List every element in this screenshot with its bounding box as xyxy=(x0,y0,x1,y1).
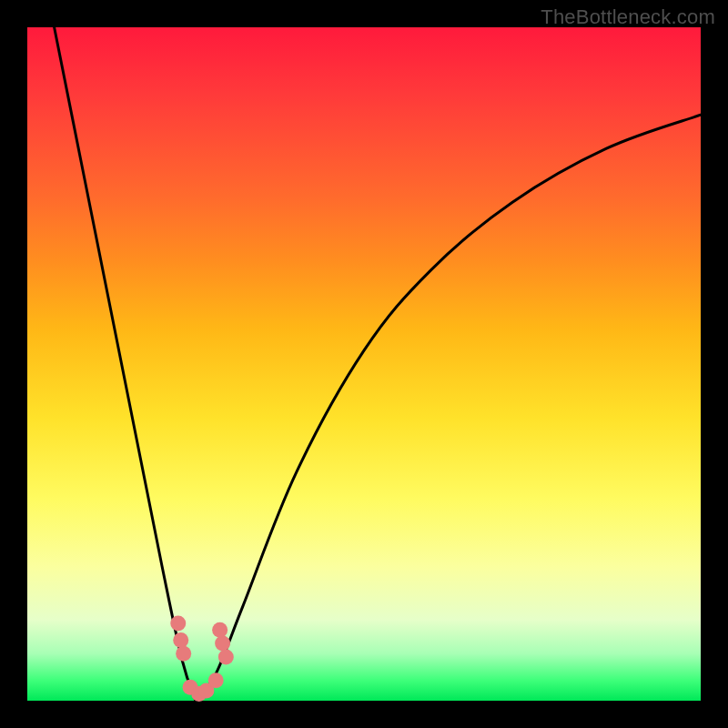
marker-dot xyxy=(212,622,228,638)
marker-dot xyxy=(170,615,186,631)
marker-dot xyxy=(173,632,188,648)
marker-dot xyxy=(208,672,224,688)
watermark-text: TheBottleneck.com xyxy=(541,5,715,29)
marker-dot xyxy=(218,649,234,664)
marker-dot xyxy=(176,646,191,662)
chart-frame: TheBottleneck.com xyxy=(0,0,728,728)
marker-cluster xyxy=(170,615,234,702)
curve-layer xyxy=(27,27,701,701)
marker-dot xyxy=(215,636,230,652)
left-branch-curve xyxy=(55,27,196,701)
plot-area xyxy=(27,27,701,701)
right-branch-curve xyxy=(196,115,701,701)
